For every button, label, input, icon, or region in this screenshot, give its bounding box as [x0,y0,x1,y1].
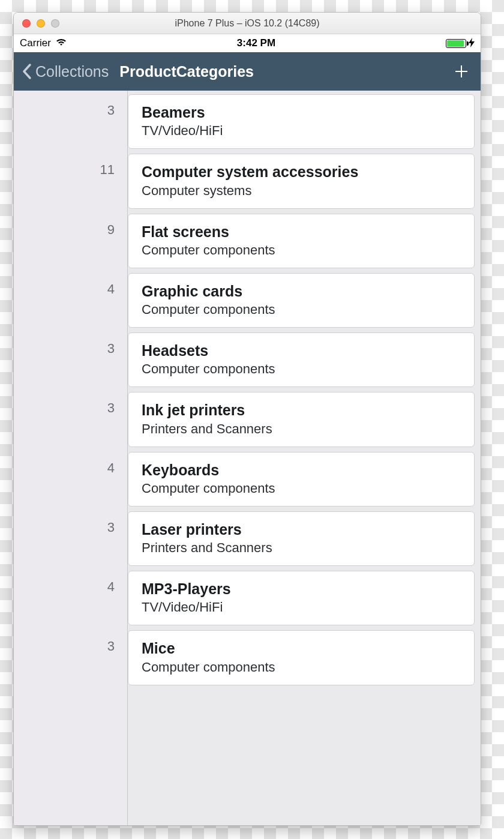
item-count: 3 [14,332,128,387]
ios-screen: Carrier 3:42 PM Collections ProductCateg… [14,34,481,825]
list-item[interactable]: Computer system accessoriesComputer syst… [128,154,475,208]
item-count: 3 [14,511,128,566]
item-subtitle: Computer components [142,660,463,675]
list-item[interactable]: Laser printersPrinters and Scanners [128,511,475,566]
item-title: Graphic cards [142,282,463,301]
list-item[interactable]: KeyboardsComputer components [128,452,475,507]
close-window-button[interactable] [22,19,31,28]
list-row[interactable]: 4KeyboardsComputer components [14,452,481,507]
item-count: 3 [14,392,128,447]
back-label[interactable]: Collections [35,63,109,80]
item-title: Headsets [142,341,463,360]
item-title: Ink jet printers [142,401,463,419]
item-title: Computer system accessories [142,163,463,181]
list-item[interactable]: MiceComputer components [128,630,475,685]
list-row[interactable]: 3MiceComputer components [14,630,481,685]
list-item[interactable]: Ink jet printersPrinters and Scanners [128,392,475,447]
item-count: 11 [14,154,128,208]
item-title: Flat screens [142,223,463,241]
item-count: 4 [14,273,128,328]
navigation-bar: Collections ProductCategories [14,52,481,91]
list-row[interactable]: 3Ink jet printersPrinters and Scanners [14,392,481,447]
item-subtitle: TV/Video/HiFi [142,600,463,615]
item-title: Laser printers [142,520,463,539]
list-row[interactable]: 4Graphic cardsComputer components [14,273,481,328]
item-subtitle: TV/Video/HiFi [142,123,463,139]
ios-statusbar: Carrier 3:42 PM [14,34,481,52]
item-subtitle: Printers and Scanners [142,540,463,556]
list-row[interactable]: 11Computer system accessoriesComputer sy… [14,154,481,208]
item-count: 4 [14,452,128,507]
zoom-window-button[interactable] [51,19,59,28]
list-item[interactable]: Flat screensComputer components [128,214,475,268]
minimize-window-button[interactable] [37,19,45,28]
item-count: 3 [14,630,128,685]
item-title: Mice [142,639,463,658]
traffic-lights [14,19,59,28]
item-subtitle: Computer systems [142,183,463,199]
item-count: 9 [14,214,128,268]
item-subtitle: Printers and Scanners [142,421,463,437]
content-area: 3BeamersTV/Video/HiFi11Computer system a… [14,91,481,825]
item-subtitle: Computer components [142,302,463,317]
list-row[interactable]: 9Flat screensComputer components [14,214,481,268]
item-count: 3 [14,94,128,149]
list-item[interactable]: BeamersTV/Video/HiFi [128,94,475,149]
mac-titlebar: iPhone 7 Plus – iOS 10.2 (14C89) [14,13,481,34]
list-row[interactable]: 3BeamersTV/Video/HiFi [14,94,481,149]
list-row[interactable]: 4MP3-PlayersTV/Video/HiFi [14,571,481,625]
carrier-label: Carrier [20,37,51,49]
simulator-window: iPhone 7 Plus – iOS 10.2 (14C89) Carrier… [13,12,481,826]
wifi-icon [56,38,67,49]
battery-icon [446,39,466,48]
list-row[interactable]: 3HeadsetsComputer components [14,332,481,387]
list-item[interactable]: Graphic cardsComputer components [128,273,475,328]
list-row[interactable]: 3Laser printersPrinters and Scanners [14,511,481,566]
item-title: Beamers [142,103,463,122]
window-title: iPhone 7 Plus – iOS 10.2 (14C89) [14,18,481,29]
nav-title: ProductCategories [119,63,447,80]
item-title: MP3-Players [142,580,463,598]
item-subtitle: Computer components [142,481,463,496]
charging-icon [469,38,475,49]
back-button[interactable] [22,63,32,80]
clock-label: 3:42 PM [237,37,275,49]
add-button[interactable] [451,61,472,82]
item-subtitle: Computer components [142,242,463,258]
item-subtitle: Computer components [142,361,463,377]
item-count: 4 [14,571,128,625]
item-title: Keyboards [142,461,463,480]
list-item[interactable]: HeadsetsComputer components [128,332,475,387]
list-item[interactable]: MP3-PlayersTV/Video/HiFi [128,571,475,625]
